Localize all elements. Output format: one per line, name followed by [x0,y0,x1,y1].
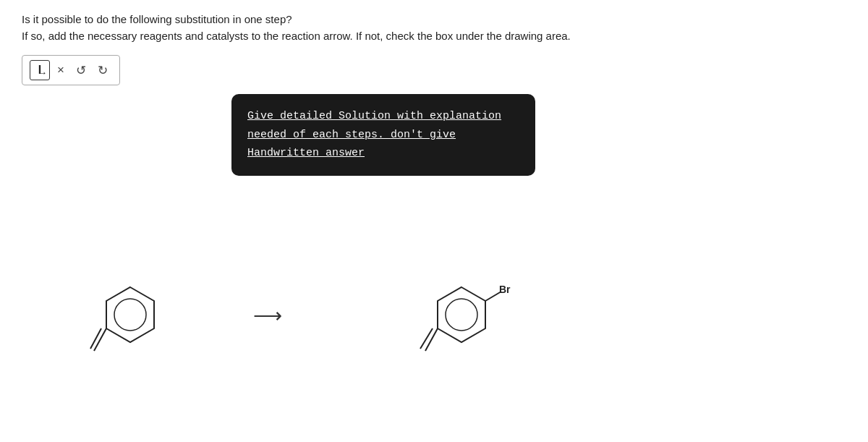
svg-point-5 [446,299,477,331]
tooltip-popup: Give detailed Solution with explanation … [231,94,535,176]
question-line-2: If so, add the necessary reagents and ca… [22,30,846,42]
toolbar: I → × ↺ ↻ [22,55,846,85]
svg-marker-4 [438,287,485,342]
svg-line-7 [420,328,433,349]
redo-icon[interactable]: ↻ [93,61,112,80]
reactant-molecule [87,268,166,364]
undo-icon[interactable]: ↺ [72,61,90,80]
question-line-1: Is it possible to do the following subst… [22,13,846,25]
product-molecule: Br [411,268,519,364]
svg-line-3 [90,328,101,349]
svg-point-1 [114,299,146,331]
tooltip-line-2: needed of each steps. don't give [247,126,519,145]
reaction-area: ⟶ Br [43,268,839,364]
close-icon[interactable]: × [53,61,69,79]
reaction-arrow: ⟶ [253,304,281,328]
svg-line-6 [425,328,438,351]
tooltip-line-1: Give detailed Solution with explanation [247,107,519,126]
reaction-arrow-section: ⟶ [253,304,281,328]
cursor-tool[interactable]: I → [30,60,50,80]
page-wrapper: Is it possible to do the following subst… [0,0,868,106]
svg-marker-0 [106,287,154,342]
cursor-arrow-icon: → [38,67,47,78]
toolbar-box: I → × ↺ ↻ [22,55,120,85]
tooltip-line-3: Handwritten answer [247,144,519,163]
br-substituent-label: Br [499,284,535,295]
